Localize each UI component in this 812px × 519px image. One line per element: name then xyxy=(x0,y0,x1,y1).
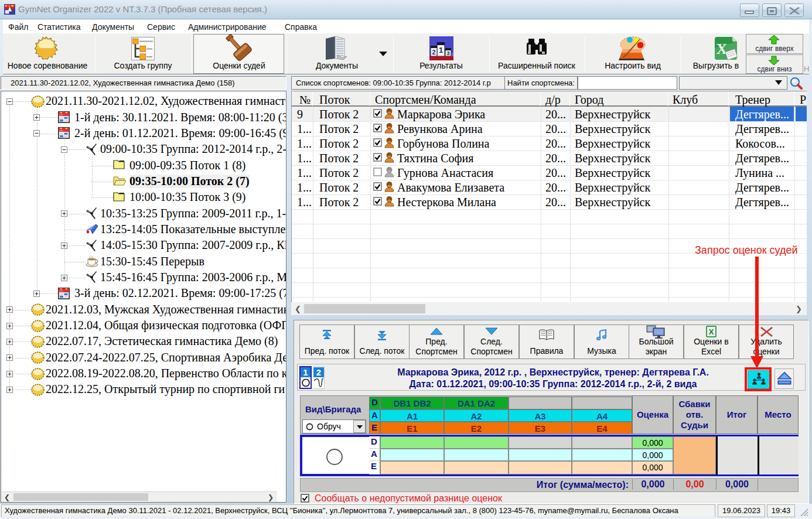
svg-text:2: 2 xyxy=(432,49,435,56)
svg-text:1: 1 xyxy=(439,46,443,54)
svg-text:3: 3 xyxy=(446,50,449,56)
svg-text:X: X xyxy=(717,40,728,57)
svg-text:X: X xyxy=(709,327,714,336)
